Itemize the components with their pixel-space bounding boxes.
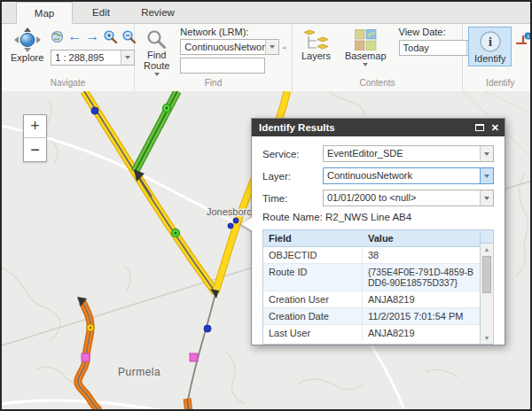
scroll-down-icon[interactable]: ▼ — [481, 332, 493, 344]
identify-route-icon[interactable]: i — [515, 32, 532, 47]
identify-button[interactable]: i Identify — [468, 27, 512, 66]
map-scale-dropdown-arrow[interactable] — [121, 50, 134, 65]
table-row[interactable]: Creation User ANJA8219 — [263, 291, 480, 308]
explore-label: Explore — [11, 52, 43, 63]
tab-bar: Map Edit Review — [2, 2, 530, 24]
service-dropdown-arrow[interactable] — [480, 146, 493, 161]
identify-button-label: Identify — [474, 53, 505, 64]
find-route-label-2: Route — [144, 60, 169, 71]
layers-icon — [304, 29, 329, 50]
map-zoom-control: + − — [23, 114, 47, 162]
marker-green-dot[interactable] — [163, 105, 171, 112]
full-extent-globe-icon[interactable] — [51, 30, 64, 43]
popup-callout-pointer — [241, 217, 253, 231]
layer-dropdown-arrow[interactable] — [480, 168, 493, 183]
time-dropdown-arrow[interactable] — [480, 190, 493, 206]
maximize-icon[interactable] — [475, 124, 484, 131]
popup-title-bar[interactable]: Identify Results ✕ — [252, 119, 505, 136]
basemap-button[interactable]: Basemap — [341, 28, 389, 67]
marker-pink-square[interactable] — [190, 353, 198, 361]
marker-blue-dot[interactable] — [204, 325, 211, 332]
field-cell: OBJECTID — [263, 247, 363, 263]
find-route-icon — [146, 29, 167, 50]
group-label-navigate: Navigate — [2, 77, 134, 91]
field-cell: Route ID — [263, 264, 363, 291]
table-header-value[interactable]: Value — [363, 230, 480, 246]
map-scale-input[interactable] — [51, 50, 121, 65]
view-date-value: Today — [400, 41, 466, 55]
marker-yellow-dot[interactable] — [87, 324, 94, 331]
tab-review[interactable]: Review — [129, 2, 186, 23]
table-row[interactable]: OBJECTID 38 — [263, 247, 480, 264]
service-combo[interactable]: EventEditor_SDE — [323, 145, 494, 162]
basemap-dropdown-arrow[interactable] — [363, 63, 368, 66]
basemap-label: Basemap — [345, 50, 386, 61]
service-label: Service: — [262, 149, 323, 159]
svg-text:i: i — [489, 35, 492, 49]
value-cell: 38 — [363, 247, 480, 263]
network-dropdown-arrow[interactable] — [265, 40, 278, 54]
marker-green-dot[interactable] — [172, 229, 180, 237]
layer-label: Layer: — [262, 171, 323, 182]
basemap-icon — [355, 29, 377, 50]
network-combo[interactable]: ContinuousNetwork — [180, 39, 279, 55]
marker-blue-dot[interactable] — [91, 107, 98, 114]
value-cell: {735E4F0E-791D-4859-BDD6-90E18575D337} — [363, 264, 480, 291]
route-name-value: R2_NWS Line AB4 — [325, 212, 411, 222]
group-contents: Layers Basemap Vie — [293, 24, 463, 91]
map-scale-combo[interactable] — [51, 50, 135, 66]
table-row[interactable]: Creation Date 11/2/2015 7:01:54 PM — [263, 308, 480, 325]
network-lrm-label: Network (LRM): — [180, 27, 279, 38]
marker-blue-dot-identified[interactable] — [228, 223, 233, 229]
route-orange-stub[interactable] — [187, 399, 189, 409]
table-scrollbar[interactable]: ▲ ▼ — [480, 230, 493, 344]
time-label: Time: — [262, 193, 323, 204]
binoculars-icon[interactable] — [283, 41, 286, 55]
find-route-button[interactable]: Find Route — [140, 28, 173, 77]
explore-icon — [14, 27, 41, 52]
scroll-thumb[interactable] — [482, 256, 491, 293]
explore-button[interactable]: Explore — [7, 27, 47, 64]
zoom-in-icon[interactable] — [103, 29, 118, 44]
route-search-box[interactable] — [180, 58, 265, 74]
close-icon[interactable]: ✕ — [491, 123, 499, 133]
ribbon: Map Edit Review — [2, 2, 530, 91]
place-label-jonesboro: Jonesboro — [207, 206, 252, 217]
group-identify: i Identify i Identify — [463, 24, 532, 91]
tab-edit[interactable]: Edit — [73, 2, 129, 23]
table-header-field[interactable]: Field — [263, 230, 363, 246]
next-extent-icon[interactable]: → — [85, 29, 99, 43]
route-name-row: Route Name: R2_NWS Line AB4 — [262, 212, 494, 222]
tab-map[interactable]: Map — [16, 2, 73, 24]
time-value: 01/01/2000 to <null> — [324, 190, 480, 206]
map-zoom-in-button[interactable]: + — [24, 115, 46, 138]
place-label-purmela: Purmela — [118, 366, 160, 378]
marker-pink-square[interactable] — [82, 353, 90, 361]
find-route-dropdown-arrow[interactable] — [154, 73, 160, 76]
marker-blue-dot-identified[interactable] — [233, 218, 239, 223]
attributes-table: Field Value OBJECTID 38 Route ID {735E4F… — [262, 229, 494, 345]
identify-icon: i — [479, 30, 502, 53]
time-combo[interactable]: 01/01/2000 to <null> — [323, 190, 494, 206]
service-value: EventEditor_SDE — [324, 146, 480, 161]
table-row[interactable]: Route ID {735E4F0E-791D-4859-BDD6-90E185… — [263, 264, 480, 291]
layers-label: Layers — [301, 50, 331, 61]
route-name-label: Route Name: — [262, 212, 323, 222]
group-label-identify: Identify — [463, 77, 532, 91]
value-cell: 11/2/2015 7:01:54 PM — [363, 308, 480, 324]
map-zoom-out-button[interactable]: − — [24, 138, 46, 161]
layer-value: ContinuousNetwork — [324, 168, 480, 183]
group-find: Find Route Network (LRM): ContinuousNetw… — [135, 24, 293, 91]
find-route-label-1: Find — [147, 50, 166, 60]
previous-extent-icon[interactable]: ← — [67, 29, 82, 43]
scroll-up-icon[interactable]: ▲ — [481, 244, 493, 255]
field-cell: Creation User — [263, 291, 363, 307]
layer-combo[interactable]: ContinuousNetwork — [323, 167, 494, 184]
table-row[interactable]: Last User ANJA8219 — [263, 325, 480, 341]
popup-title: Identify Results — [259, 122, 335, 133]
network-value: ContinuousNetwork — [181, 40, 265, 54]
route-search-input[interactable] — [181, 58, 264, 73]
layers-button[interactable]: Layers — [298, 28, 334, 62]
table-header-row: Field Value — [263, 230, 480, 247]
group-navigate: Explore ← → — [2, 24, 135, 91]
